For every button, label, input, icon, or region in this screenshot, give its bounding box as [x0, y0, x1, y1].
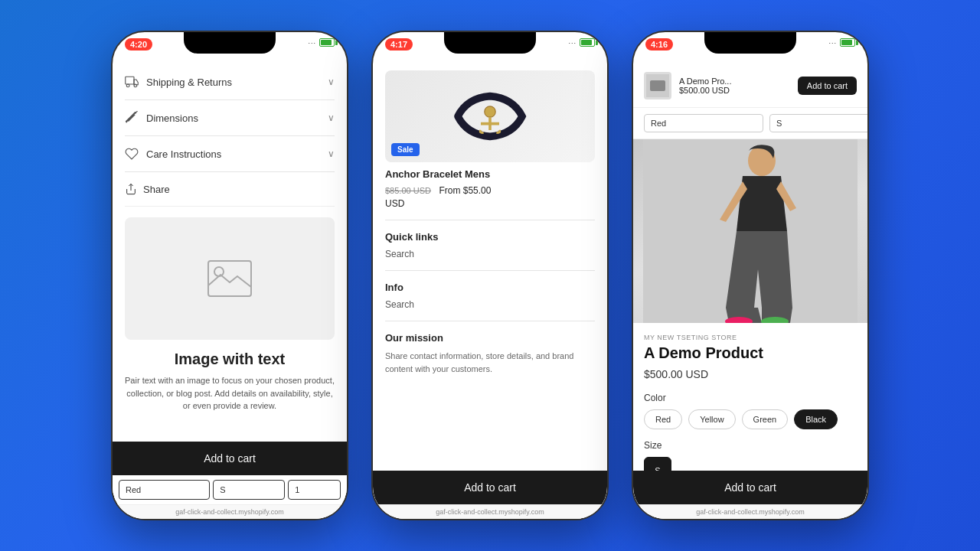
share-icon [125, 183, 137, 195]
signal-dots-2: ··· [568, 39, 577, 47]
sticky-product-name: A Demo Pro... [679, 77, 790, 86]
battery-1 [319, 38, 335, 47]
sticky-add-to-cart[interactable]: Add to cart [798, 77, 857, 95]
share-row[interactable]: Share [125, 172, 335, 207]
product-image-box: Sale [385, 70, 595, 162]
svg-point-1 [126, 84, 129, 87]
product-thumb [644, 72, 671, 99]
footer-info-title: Info [385, 282, 595, 293]
phone-2: 4:17 ··· [371, 31, 609, 520]
sticky-product-info: A Demo Pro... $500.00 USD [679, 77, 790, 95]
status-bar-3: 4:16 ··· [633, 32, 867, 64]
bracelet-image [444, 78, 536, 155]
image-text-title: Image with text [125, 350, 335, 368]
battery-3 [840, 38, 855, 47]
color-options: Red Yellow Green Black [644, 409, 857, 429]
thumb-img [646, 74, 669, 97]
signal-dots-1: ··· [308, 39, 316, 47]
size-input-1[interactable]: S [213, 480, 285, 500]
svg-rect-10 [650, 80, 665, 91]
product-name-2: Anchor Bracelet Mens [385, 168, 595, 180]
footer-mission: Our mission Share contact information, s… [385, 332, 595, 375]
phone2-bottom-bar: Add to cart gaf-click-and-collect.myshop… [373, 471, 607, 519]
battery-2 [580, 38, 595, 47]
footer-mission-body: Share contact information, store details… [385, 350, 595, 375]
product-title: A Demo Product [644, 344, 857, 362]
sale-badge: Sale [391, 143, 420, 156]
size-label: Size [644, 440, 857, 451]
divider-2 [385, 270, 595, 271]
qty-input-1[interactable]: 1 [288, 480, 341, 500]
phone2-body: Sale Anchor Bracelet Mens $85.00 USD Fro… [373, 64, 607, 519]
status-right-1: ··· [308, 38, 335, 47]
add-to-cart-3[interactable]: Add to cart [633, 471, 867, 504]
color-input-1[interactable]: Red [119, 480, 210, 500]
price-currency: USD [385, 198, 595, 209]
color-black[interactable]: Black [794, 409, 838, 429]
time-2: 4:17 [385, 38, 413, 51]
variant-selectors [633, 108, 867, 139]
sticky-header: A Demo Pro... $500.00 USD Add to cart [633, 64, 867, 108]
phone1-inputs: Red S 1 [113, 475, 347, 504]
phone-3: 4:16 ··· A Demo Pro... $500.00 USD Add t… [632, 31, 869, 520]
signal-dots-3: ··· [828, 39, 837, 47]
status-right-2: ··· [568, 38, 595, 47]
status-bar-1: 4:20 ··· [113, 32, 347, 64]
color-green[interactable]: Green [742, 409, 789, 429]
color-selector[interactable] [644, 114, 763, 132]
time-1: 4:20 [125, 38, 152, 51]
url-bar-2: gaf-click-and-collect.myshopify.com [373, 504, 607, 519]
phone3-bottom-bar: Add to cart gaf-click-and-collect.myshop… [633, 471, 867, 519]
svg-rect-4 [208, 261, 251, 296]
phone1-bottom-bar: Add to cart Red S 1 gaf-click-and-collec… [113, 442, 347, 519]
color-yellow[interactable]: Yellow [688, 409, 735, 429]
footer-quick-links-search[interactable]: Search [385, 249, 595, 259]
battery-fill-1 [321, 40, 332, 45]
svg-point-5 [214, 267, 224, 276]
hero-figure [643, 139, 858, 323]
url-bar-1: gaf-click-and-collect.myshopify.com [113, 504, 347, 519]
divider-1 [385, 220, 595, 220]
phone1-content: Shipping & Returns ∨ Dimensions ∨ [113, 64, 347, 519]
phone-1: 4:20 ··· Shipping & Returns ∨ [111, 31, 348, 520]
phone3-body: MY NEW TSETING STORE A Demo Product $500… [633, 139, 867, 519]
add-to-cart-1[interactable]: Add to cart [113, 442, 347, 475]
image-text-body: Pair text with an image to focus on your… [125, 374, 335, 412]
accordion-shipping-left: Shipping & Returns [125, 75, 232, 89]
color-label: Color [644, 393, 857, 403]
product-price-main: $500.00 USD [644, 368, 857, 380]
accordion-dimensions[interactable]: Dimensions ∨ [125, 100, 335, 136]
price-new: From $55.00 [439, 185, 491, 196]
accordion-dimensions-label: Dimensions [146, 112, 198, 124]
accordion-care-left: Care Instructions [125, 147, 221, 161]
accordion-shipping[interactable]: Shipping & Returns ∨ [125, 64, 335, 100]
size-selector[interactable] [769, 114, 867, 132]
accordion-shipping-label: Shipping & Returns [146, 77, 232, 88]
battery-fill-3 [841, 40, 852, 45]
footer-mission-title: Our mission [385, 332, 595, 344]
product-hero-image [633, 139, 867, 323]
image-placeholder [125, 217, 335, 340]
accordion-care-label: Care Instructions [146, 148, 221, 160]
accordion-care[interactable]: Care Instructions ∨ [125, 136, 335, 172]
price-old: $85.00 USD [385, 186, 431, 195]
url-bar-3: gaf-click-and-collect.myshopify.com [633, 504, 867, 519]
product-pricing: $85.00 USD From $55.00 [385, 183, 595, 197]
add-to-cart-2[interactable]: Add to cart [373, 471, 607, 504]
sticky-price: $500.00 USD [679, 86, 790, 95]
accordion-dimensions-left: Dimensions [125, 111, 198, 125]
svg-point-2 [134, 84, 137, 87]
store-name: MY NEW TSETING STORE [644, 334, 857, 341]
share-label: Share [143, 184, 170, 195]
status-bar-2: 4:17 ··· [373, 32, 607, 64]
phone3-content: A Demo Pro... $500.00 USD Add to cart [633, 64, 867, 519]
chevron-care: ∨ [328, 148, 335, 159]
chevron-dimensions: ∨ [328, 112, 335, 123]
svg-point-6 [485, 106, 495, 117]
color-red[interactable]: Red [644, 409, 682, 429]
footer-quick-links: Quick links Search [385, 231, 595, 259]
footer-info-search[interactable]: Search [385, 299, 595, 310]
phone2-content: Sale Anchor Bracelet Mens $85.00 USD Fro… [373, 64, 607, 519]
svg-rect-0 [126, 77, 134, 84]
product-details: MY NEW TSETING STORE A Demo Product $500… [633, 323, 867, 495]
